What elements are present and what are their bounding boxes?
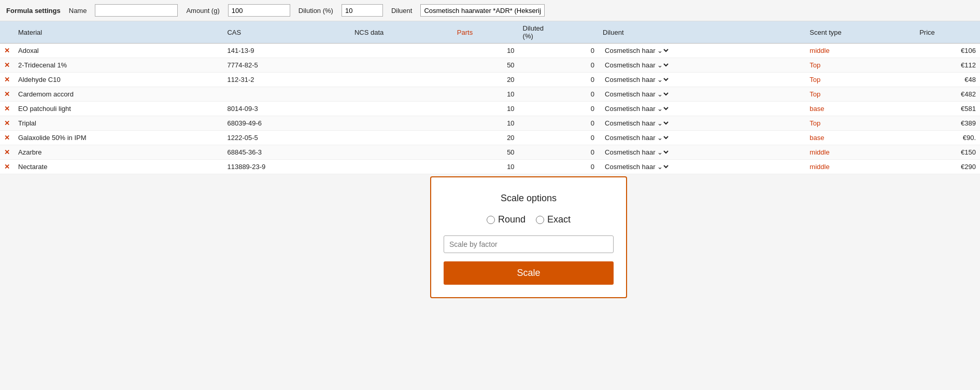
price-cell: €389 [915,116,980,131]
remove-btn[interactable]: ✕ [0,131,14,145]
table-header-row: Material CAS NCS data Parts Diluted(%) D… [0,21,980,44]
ncs-data-cell [350,87,453,102]
ncs-data-cell [350,102,453,116]
price-cell: €106 [915,44,980,58]
remove-btn[interactable]: ✕ [0,87,14,102]
scent-type-cell[interactable]: Top [805,87,915,102]
parts-cell: 10 [453,160,519,174]
col-price: Price [915,21,980,44]
remove-btn[interactable]: ✕ [0,116,14,131]
remove-btn[interactable]: ✕ [0,73,14,87]
dilution-label: Dilution (%) [299,7,333,15]
col-remove [0,21,14,44]
material-cell: Adoxal [14,44,223,58]
amount-input[interactable] [228,4,290,17]
diluted-cell: 0 [519,145,599,160]
ncs-data-cell [350,58,453,73]
price-cell: €150 [915,145,980,160]
cas-cell: 68039-49-6 [223,116,350,131]
price-cell: €290 [915,160,980,174]
diluent-cell: Cosmetisch haar ⌄ [599,73,805,87]
diluted-cell: 0 [519,44,599,58]
diluent-select[interactable]: Cosmetisch haar ⌄ [603,61,670,69]
remove-btn[interactable]: ✕ [0,102,14,116]
diluent-select[interactable]: Cosmetisch haar ⌄ [603,75,670,84]
diluent-cell: Cosmetisch haar ⌄ [599,160,805,174]
scent-type-cell[interactable]: base [805,102,915,116]
ncs-data-cell [350,131,453,145]
diluent-cell: Cosmetisch haar ⌄ [599,44,805,58]
cas-cell: 113889-23-9 [223,160,350,174]
parts-cell: 20 [453,131,519,145]
scent-type-cell[interactable]: middle [805,145,915,160]
diluent-select[interactable]: Cosmetisch haar ⌄ [603,90,670,99]
dilution-input[interactable] [342,4,383,17]
material-cell: EO patchouli light [14,102,223,116]
price-cell: €482 [915,87,980,102]
diluent-select[interactable]: Cosmetisch haar ⌄ [603,162,670,171]
formula-settings-bar: Formula settings Name Amount (g) Dilutio… [0,0,980,21]
material-cell: Triplal [14,116,223,131]
diluent-cell: Cosmetisch haar ⌄ [599,87,805,102]
col-ncs-data: NCS data [350,21,453,44]
scent-type-cell[interactable]: Top [805,58,915,73]
cas-cell: 112-31-2 [223,73,350,87]
table-row: ✕ Cardemom accord 10 0 Cosmetisch haar ⌄… [0,87,980,102]
diluted-cell: 0 [519,131,599,145]
diluent-select[interactable]: Cosmetisch haar ⌄ [603,133,670,142]
remove-btn[interactable]: ✕ [0,160,14,174]
diluent-cell: Cosmetisch haar ⌄ [599,102,805,116]
remove-btn[interactable]: ✕ [0,145,14,160]
scent-type-cell[interactable]: Top [805,116,915,131]
parts-cell: 10 [453,44,519,58]
col-diluent: Diluent [599,21,805,44]
price-cell: €112 [915,58,980,73]
col-material: Material [14,21,223,44]
name-label: Name [69,7,87,15]
material-cell: 2-Tridecenal 1% [14,58,223,73]
material-cell: Galaxolide 50% in IPM [14,131,223,145]
table-row: ✕ Galaxolide 50% in IPM 1222-05-5 20 0 C… [0,131,980,145]
diluted-cell: 0 [519,87,599,102]
material-cell: Azarbre [14,145,223,160]
col-cas: CAS [223,21,350,44]
table-row: ✕ Adoxal 141-13-9 10 0 Cosmetisch haar ⌄… [0,44,980,58]
diluted-cell: 0 [519,58,599,73]
parts-cell: 20 [453,73,519,87]
ncs-data-cell [350,44,453,58]
ncs-data-cell [350,73,453,87]
diluent-select[interactable]: Cosmetisch haar ⌄ [603,46,670,55]
parts-cell: 50 [453,145,519,160]
parts-cell: 10 [453,116,519,131]
table-row: ✕ EO patchouli light 8014-09-3 10 0 Cosm… [0,102,980,116]
diluent-cell: Cosmetisch haar ⌄ [599,131,805,145]
diluent-input[interactable] [420,4,545,17]
col-parts: Parts [453,21,519,44]
cas-cell [223,87,350,102]
col-diluted: Diluted(%) [519,21,599,44]
table-row: ✕ 2-Tridecenal 1% 7774-82-5 50 0 Cosmeti… [0,58,980,73]
diluent-label: Diluent [391,7,412,15]
diluent-cell: Cosmetisch haar ⌄ [599,116,805,131]
remove-btn[interactable]: ✕ [0,44,14,58]
formula-table: Material CAS NCS data Parts Diluted(%) D… [0,21,980,174]
cas-cell: 7774-82-5 [223,58,350,73]
table-row: ✕ Nectarate 113889-23-9 10 0 Cosmetisch … [0,160,980,174]
scent-type-cell[interactable]: middle [805,44,915,58]
diluent-select[interactable]: Cosmetisch haar ⌄ [603,104,670,113]
diluted-cell: 0 [519,160,599,174]
scent-type-cell[interactable]: base [805,131,915,145]
name-input[interactable] [95,4,178,17]
table-row: ✕ Aldehyde C10 112-31-2 20 0 Cosmetisch … [0,73,980,87]
diluted-cell: 0 [519,73,599,87]
diluent-select[interactable]: Cosmetisch haar ⌄ [603,119,670,128]
scent-type-cell[interactable]: Top [805,73,915,87]
ncs-data-cell [350,160,453,174]
price-cell: €90. [915,131,980,145]
table-row: ✕ Triplal 68039-49-6 10 0 Cosmetisch haa… [0,116,980,131]
remove-btn[interactable]: ✕ [0,58,14,73]
price-cell: €581 [915,102,980,116]
diluent-select[interactable]: Cosmetisch haar ⌄ [603,148,670,157]
scent-type-cell[interactable]: middle [805,160,915,174]
col-scent-type: Scent type [805,21,915,44]
